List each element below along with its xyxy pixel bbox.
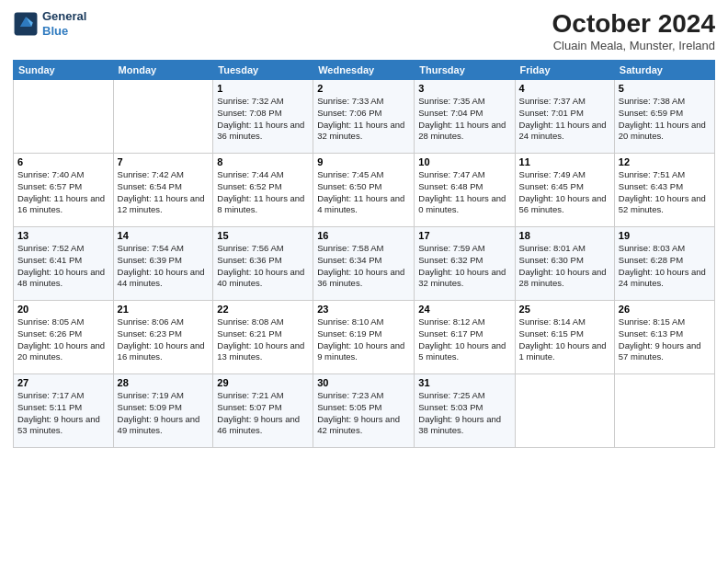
calendar-cell: 9Sunrise: 7:45 AMSunset: 6:50 PMDaylight… (313, 154, 415, 227)
logo-icon (13, 11, 39, 37)
day-info: Sunrise: 7:42 AMSunset: 6:54 PMDaylight:… (118, 169, 210, 216)
logo-line2: Blue (42, 24, 68, 38)
day-info: Sunrise: 7:45 AMSunset: 6:50 PMDaylight:… (317, 169, 410, 216)
weekday-sunday: Sunday (14, 61, 114, 80)
day-number: 4 (519, 83, 610, 94)
logo: General Blue (13, 9, 86, 38)
day-number: 10 (418, 156, 510, 167)
day-number: 28 (118, 377, 210, 388)
day-info: Sunrise: 7:51 AMSunset: 6:43 PMDaylight:… (619, 169, 711, 216)
day-number: 22 (217, 304, 309, 315)
calendar-cell (113, 80, 213, 154)
day-info: Sunrise: 8:08 AMSunset: 6:21 PMDaylight:… (217, 316, 309, 363)
day-info: Sunrise: 7:37 AMSunset: 7:01 PMDaylight:… (519, 96, 610, 143)
weekday-tuesday: Tuesday (213, 61, 313, 80)
calendar-cell: 20Sunrise: 8:05 AMSunset: 6:26 PMDayligh… (14, 301, 114, 374)
day-number: 27 (17, 377, 109, 388)
day-info: Sunrise: 7:17 AMSunset: 5:11 PMDaylight:… (17, 390, 109, 437)
day-info: Sunrise: 7:54 AMSunset: 6:39 PMDaylight:… (118, 243, 210, 290)
weekday-thursday: Thursday (415, 61, 515, 80)
calendar-cell: 26Sunrise: 8:15 AMSunset: 6:13 PMDayligh… (614, 301, 714, 374)
day-number: 31 (418, 377, 510, 388)
calendar-cell: 30Sunrise: 7:23 AMSunset: 5:05 PMDayligh… (313, 374, 415, 448)
calendar-cell (515, 374, 614, 448)
calendar-cell (14, 80, 114, 154)
calendar-cell: 15Sunrise: 7:56 AMSunset: 6:36 PMDayligh… (213, 227, 313, 301)
calendar: SundayMondayTuesdayWednesdayThursdayFrid… (13, 60, 715, 448)
day-number: 6 (17, 156, 109, 167)
day-info: Sunrise: 8:15 AMSunset: 6:13 PMDaylight:… (619, 316, 711, 363)
calendar-cell: 11Sunrise: 7:49 AMSunset: 6:45 PMDayligh… (515, 154, 614, 227)
weekday-header: SundayMondayTuesdayWednesdayThursdayFrid… (14, 61, 715, 80)
calendar-cell: 14Sunrise: 7:54 AMSunset: 6:39 PMDayligh… (113, 227, 213, 301)
day-number: 30 (317, 377, 410, 388)
day-info: Sunrise: 7:52 AMSunset: 6:41 PMDaylight:… (17, 243, 109, 290)
calendar-cell: 12Sunrise: 7:51 AMSunset: 6:43 PMDayligh… (614, 154, 714, 227)
week-row-5: 27Sunrise: 7:17 AMSunset: 5:11 PMDayligh… (14, 374, 715, 448)
day-number: 5 (619, 83, 711, 94)
location: Cluain Meala, Munster, Ireland (552, 39, 715, 52)
day-number: 16 (317, 230, 410, 241)
day-number: 15 (217, 230, 309, 241)
day-number: 8 (217, 156, 309, 167)
calendar-cell: 4Sunrise: 7:37 AMSunset: 7:01 PMDaylight… (515, 80, 614, 154)
day-number: 20 (17, 304, 109, 315)
calendar-cell: 10Sunrise: 7:47 AMSunset: 6:48 PMDayligh… (415, 154, 515, 227)
day-info: Sunrise: 7:21 AMSunset: 5:07 PMDaylight:… (217, 390, 309, 437)
day-info: Sunrise: 7:33 AMSunset: 7:06 PMDaylight:… (317, 96, 410, 143)
day-info: Sunrise: 7:59 AMSunset: 6:32 PMDaylight:… (418, 243, 510, 290)
day-number: 14 (118, 230, 210, 241)
calendar-cell: 8Sunrise: 7:44 AMSunset: 6:52 PMDaylight… (213, 154, 313, 227)
calendar-cell: 1Sunrise: 7:32 AMSunset: 7:08 PMDaylight… (213, 80, 313, 154)
day-info: Sunrise: 7:44 AMSunset: 6:52 PMDaylight:… (217, 169, 309, 216)
calendar-cell: 21Sunrise: 8:06 AMSunset: 6:23 PMDayligh… (113, 301, 213, 374)
calendar-cell: 3Sunrise: 7:35 AMSunset: 7:04 PMDaylight… (415, 80, 515, 154)
day-info: Sunrise: 7:19 AMSunset: 5:09 PMDaylight:… (118, 390, 210, 437)
day-number: 3 (418, 83, 510, 94)
day-info: Sunrise: 8:05 AMSunset: 6:26 PMDaylight:… (17, 316, 109, 363)
week-row-2: 6Sunrise: 7:40 AMSunset: 6:57 PMDaylight… (14, 154, 715, 227)
week-row-3: 13Sunrise: 7:52 AMSunset: 6:41 PMDayligh… (14, 227, 715, 301)
calendar-cell: 27Sunrise: 7:17 AMSunset: 5:11 PMDayligh… (14, 374, 114, 448)
weekday-monday: Monday (113, 61, 213, 80)
day-number: 9 (317, 156, 410, 167)
week-row-4: 20Sunrise: 8:05 AMSunset: 6:26 PMDayligh… (14, 301, 715, 374)
day-number: 18 (519, 230, 610, 241)
calendar-cell: 25Sunrise: 8:14 AMSunset: 6:15 PMDayligh… (515, 301, 614, 374)
day-number: 23 (317, 304, 410, 315)
day-number: 17 (418, 230, 510, 241)
day-number: 7 (118, 156, 210, 167)
calendar-cell: 13Sunrise: 7:52 AMSunset: 6:41 PMDayligh… (14, 227, 114, 301)
calendar-cell: 6Sunrise: 7:40 AMSunset: 6:57 PMDaylight… (14, 154, 114, 227)
day-number: 26 (619, 304, 711, 315)
calendar-cell: 23Sunrise: 8:10 AMSunset: 6:19 PMDayligh… (313, 301, 415, 374)
day-number: 21 (118, 304, 210, 315)
calendar-cell: 31Sunrise: 7:25 AMSunset: 5:03 PMDayligh… (415, 374, 515, 448)
day-info: Sunrise: 8:01 AMSunset: 6:30 PMDaylight:… (519, 243, 610, 290)
day-info: Sunrise: 7:35 AMSunset: 7:04 PMDaylight:… (418, 96, 510, 143)
calendar-body: 1Sunrise: 7:32 AMSunset: 7:08 PMDaylight… (14, 80, 715, 448)
calendar-cell: 28Sunrise: 7:19 AMSunset: 5:09 PMDayligh… (113, 374, 213, 448)
day-info: Sunrise: 8:12 AMSunset: 6:17 PMDaylight:… (418, 316, 510, 363)
calendar-cell: 17Sunrise: 7:59 AMSunset: 6:32 PMDayligh… (415, 227, 515, 301)
calendar-cell: 24Sunrise: 8:12 AMSunset: 6:17 PMDayligh… (415, 301, 515, 374)
day-number: 11 (519, 156, 610, 167)
day-info: Sunrise: 7:40 AMSunset: 6:57 PMDaylight:… (17, 169, 109, 216)
day-info: Sunrise: 8:06 AMSunset: 6:23 PMDaylight:… (118, 316, 210, 363)
day-number: 2 (317, 83, 410, 94)
day-info: Sunrise: 7:38 AMSunset: 6:59 PMDaylight:… (619, 96, 711, 143)
day-number: 24 (418, 304, 510, 315)
logo-text: General Blue (42, 9, 86, 38)
day-info: Sunrise: 8:10 AMSunset: 6:19 PMDaylight:… (317, 316, 410, 363)
title-block: October 2024 Cluain Meala, Munster, Irel… (552, 9, 715, 52)
day-number: 19 (619, 230, 711, 241)
month-year: October 2024 (552, 9, 715, 39)
day-info: Sunrise: 7:49 AMSunset: 6:45 PMDaylight:… (519, 169, 610, 216)
calendar-cell: 7Sunrise: 7:42 AMSunset: 6:54 PMDaylight… (113, 154, 213, 227)
calendar-cell: 5Sunrise: 7:38 AMSunset: 6:59 PMDaylight… (614, 80, 714, 154)
calendar-cell: 29Sunrise: 7:21 AMSunset: 5:07 PMDayligh… (213, 374, 313, 448)
calendar-cell: 19Sunrise: 8:03 AMSunset: 6:28 PMDayligh… (614, 227, 714, 301)
day-number: 29 (217, 377, 309, 388)
page: General Blue October 2024 Cluain Meala, … (0, 0, 728, 563)
day-info: Sunrise: 7:47 AMSunset: 6:48 PMDaylight:… (418, 169, 510, 216)
